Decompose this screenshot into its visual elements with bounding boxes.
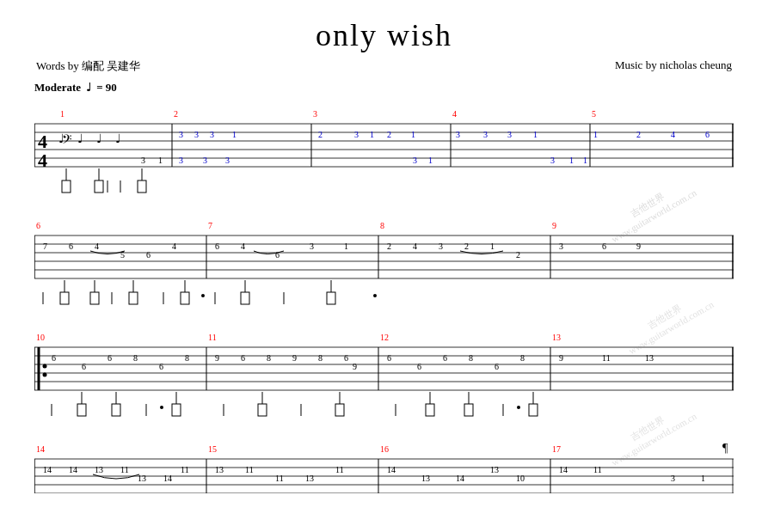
svg-text:♩: ♩ [115,132,121,145]
svg-text:8: 8 [185,353,189,363]
svg-text:11: 11 [181,465,189,474]
svg-text:8: 8 [133,353,138,363]
svg-rect-156 [112,404,120,416]
svg-text:6: 6 [82,362,86,371]
svg-text:6: 6 [108,353,112,363]
svg-text:14: 14 [36,444,45,454]
svg-text:6: 6 [417,362,421,371]
svg-text:6: 6 [146,250,151,260]
svg-text:♩: ♩ [96,132,102,145]
svg-text:9: 9 [353,362,357,371]
svg-rect-109 [327,292,335,304]
svg-text:13: 13 [552,333,561,342]
svg-text:1: 1 [370,130,374,139]
svg-text:3: 3 [194,130,199,139]
svg-text:9: 9 [636,242,641,251]
svg-text:♩: ♩ [58,132,65,145]
svg-text:6: 6 [52,353,56,363]
svg-rect-175 [529,404,538,416]
svg-point-111 [201,294,205,297]
svg-text:6: 6 [275,250,280,260]
svg-text:3: 3 [141,156,145,165]
svg-text:3: 3 [550,156,555,165]
svg-text:1: 1 [158,156,163,165]
svg-rect-154 [77,404,86,416]
svg-text:3: 3 [483,130,488,139]
svg-text:¶: ¶ [722,442,728,455]
svg-text:3: 3 [354,130,359,139]
svg-text:6: 6 [602,242,606,251]
svg-text:1: 1 [344,242,348,251]
svg-text:1: 1 [583,156,587,165]
svg-text:1: 1 [569,156,574,165]
svg-text:16: 16 [380,444,389,454]
svg-text:14: 14 [387,465,396,474]
svg-text:11: 11 [120,465,129,474]
svg-text:3: 3 [203,156,207,165]
words-credit: Words by 编配 吴建华 [36,58,140,74]
tempo-bpm: = 90 [96,81,117,95]
svg-rect-163 [258,404,267,416]
svg-text:3: 3 [310,242,314,251]
svg-text:1: 1 [490,242,495,251]
svg-text:6: 6 [36,221,40,230]
svg-text:3: 3 [413,156,417,165]
svg-text:9: 9 [559,353,563,363]
svg-text:4: 4 [452,109,457,119]
svg-text:12: 12 [380,333,389,342]
svg-text:9: 9 [552,221,556,230]
svg-text:3: 3 [225,156,230,165]
song-title: only wish [34,17,734,53]
svg-point-112 [373,294,377,297]
svg-text:13: 13 [490,465,499,474]
svg-text:1: 1 [60,109,65,119]
svg-text:14: 14 [43,465,52,474]
svg-point-125 [43,364,47,369]
svg-text:2: 2 [516,250,520,260]
svg-text:14: 14 [559,465,568,474]
svg-text:13: 13 [95,465,103,474]
svg-text:11: 11 [245,465,254,474]
svg-rect-53 [95,180,103,193]
svg-text:2: 2 [464,242,469,251]
svg-text:5: 5 [592,109,596,119]
svg-rect-51 [62,180,71,193]
svg-text:7: 7 [208,221,212,230]
svg-rect-171 [464,404,473,416]
tempo-label: Moderate [34,81,81,95]
svg-text:♩: ♩ [77,132,83,145]
svg-text:2: 2 [174,109,178,119]
svg-rect-57 [138,180,146,193]
svg-rect-95 [60,292,69,304]
svg-rect-97 [90,292,99,304]
svg-text:17: 17 [552,444,561,454]
svg-rect-100 [129,292,138,304]
svg-rect-103 [181,292,189,304]
svg-text:4: 4 [413,242,417,251]
svg-text:3: 3 [559,242,563,251]
svg-text:8: 8 [469,353,473,363]
svg-text:11: 11 [593,465,602,474]
svg-text:15: 15 [208,444,217,454]
svg-text:7: 7 [43,242,47,251]
svg-text:4: 4 [95,242,99,251]
svg-point-174 [517,406,520,409]
svg-text:11: 11 [602,353,611,363]
svg-text:3: 3 [439,242,443,251]
svg-text:14: 14 [456,474,464,483]
svg-text:3: 3 [671,474,675,483]
svg-text:6: 6 [495,362,499,371]
svg-text:1: 1 [232,130,237,139]
svg-text:4: 4 [172,242,176,251]
svg-text:13: 13 [421,474,430,483]
svg-text:10: 10 [36,333,45,342]
svg-text:13: 13 [305,474,314,483]
svg-rect-106 [241,292,249,304]
svg-text:2: 2 [636,130,641,139]
svg-text:6: 6 [159,362,163,371]
svg-text:4: 4 [671,130,675,139]
svg-text:4: 4 [241,242,245,251]
svg-text:2: 2 [387,130,391,139]
svg-text:2: 2 [318,130,323,139]
svg-text:4: 4 [38,150,47,171]
